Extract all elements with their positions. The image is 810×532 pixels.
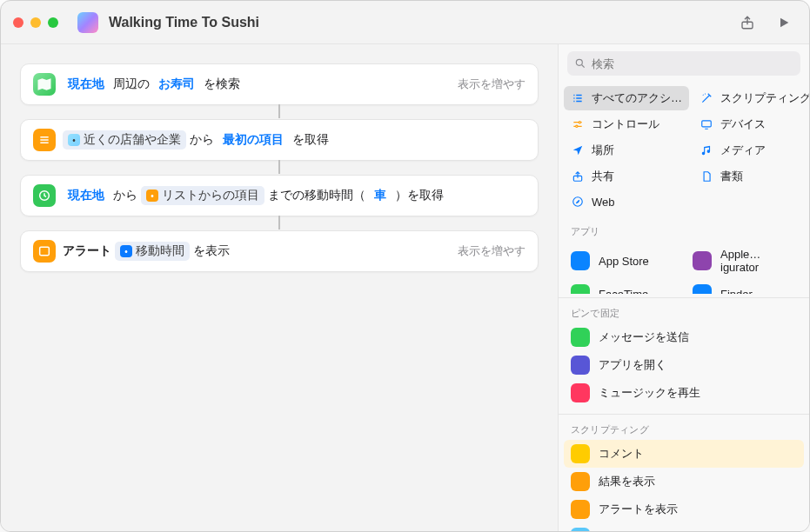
show-more-button[interactable]: 表示を増やす (458, 76, 525, 92)
magic-variable-token[interactable]: •移動時間 (115, 242, 190, 261)
app-icon (571, 528, 590, 531)
action-label: アラート (63, 243, 111, 259)
token-icon: • (146, 190, 158, 202)
category-item[interactable]: Web (564, 190, 689, 213)
token-icon: • (120, 245, 132, 257)
category-item[interactable]: スクリプティング (693, 86, 809, 110)
shortcut-icon (77, 12, 98, 33)
category-item[interactable]: 書類 (693, 164, 809, 189)
svg-rect-2 (40, 247, 50, 255)
app-item[interactable]: FaceTime (564, 280, 682, 294)
workflow-canvas[interactable]: 現在地周辺のお寿司を検索表示を増やす•近くの店舗や企業から最初の項目を取得現在地… (1, 44, 558, 531)
pinned-action-item[interactable]: アプリを開く (564, 351, 804, 379)
scripting-header: スクリプティング (559, 416, 809, 440)
list-icon (571, 91, 585, 105)
variable-token[interactable]: 最初の項目 (218, 130, 289, 150)
variable-token[interactable]: 現在地 (63, 186, 110, 205)
apps-grid: App StoreApple…iguratorFaceTimeFinder (559, 242, 809, 294)
scripting-action-item[interactable]: 結果を表示 (564, 468, 804, 495)
maps-icon (33, 73, 56, 96)
app-item[interactable]: Apple…igurator (686, 243, 804, 278)
minimize-button[interactable] (30, 17, 41, 28)
scripting-action-item[interactable]: 入力を要求 (564, 523, 804, 531)
category-item[interactable]: コントロール (564, 112, 689, 136)
app-item[interactable]: App Store (564, 243, 682, 278)
wand-icon (700, 91, 713, 105)
variable-token[interactable]: 車 (369, 186, 392, 205)
static-text: から (190, 132, 214, 148)
show-more-button[interactable]: 表示を増やす (458, 243, 525, 259)
category-item[interactable]: 場所 (564, 138, 689, 163)
window-controls (13, 17, 58, 28)
search-input[interactable] (592, 57, 793, 70)
search-icon (574, 57, 586, 70)
item-label: App Store (599, 255, 649, 268)
action-text: 現在地周辺のお寿司を検索 (63, 75, 240, 94)
scripting-action-item[interactable]: アラートを表示 (564, 495, 804, 523)
pinned-action-item[interactable]: メッセージを送信 (564, 323, 804, 351)
safari-icon (571, 195, 585, 209)
share-button[interactable] (734, 15, 760, 30)
fullscreen-button[interactable] (48, 17, 58, 28)
pinned-action-item[interactable]: ミュージックを再生 (564, 379, 804, 407)
svg-point-7 (579, 122, 580, 123)
static-text: を表示 (193, 243, 230, 259)
pinned-header: ピンで固定 (559, 300, 809, 323)
item-label: コメント (599, 446, 644, 462)
item-label: アラートを表示 (599, 502, 678, 517)
alert-icon (33, 240, 56, 263)
library-search[interactable] (567, 51, 800, 76)
clock-icon (33, 184, 56, 207)
variable-token[interactable]: 現在地 (63, 75, 110, 94)
variable-token[interactable]: お寿司 (153, 75, 200, 94)
scripting-action-item[interactable]: コメント (564, 440, 804, 468)
magic-variable-token[interactable]: •近くの店舗や企業 (63, 130, 186, 150)
category-item[interactable]: メディア (693, 138, 809, 163)
action-text: •近くの店舗や企業から最初の項目を取得 (63, 130, 329, 150)
category-label: デバイス (720, 116, 766, 132)
category-item[interactable]: 共有 (564, 164, 689, 189)
titlebar: Walking Time To Sushi (1, 1, 809, 44)
display-icon (700, 117, 713, 131)
token-icon: • (68, 134, 80, 146)
scripting-list: コメント結果を表示アラートを表示入力を要求数えるメニューから選択 (559, 440, 809, 531)
static-text: 周辺の (113, 76, 150, 92)
library-sidebar: すべてのアクシ…スクリプティングコントロールデバイス場所メディア共有書類Web … (558, 44, 809, 531)
app-icon (571, 383, 590, 402)
run-button[interactable] (771, 16, 797, 30)
static-text: までの移動時間（ (268, 188, 365, 203)
app-icon (571, 328, 590, 347)
category-item[interactable]: デバイス (693, 112, 809, 136)
svg-point-6 (576, 59, 582, 65)
app-item[interactable]: Finder (686, 280, 804, 294)
static-text: を取得 (292, 132, 329, 148)
close-button[interactable] (13, 17, 23, 28)
app-icon (571, 444, 590, 463)
svg-rect-9 (702, 121, 712, 127)
pinned-list: メッセージを送信アプリを開くミュージックを再生 (559, 323, 809, 410)
main-split: 現在地周辺のお寿司を検索表示を増やす•近くの店舗や企業から最初の項目を取得現在地… (1, 44, 809, 531)
static-text: を検索 (204, 76, 240, 92)
action-step[interactable]: 現在地周辺のお寿司を検索表示を増やす (20, 63, 539, 105)
item-label: 結果を表示 (599, 474, 655, 489)
action-text: 現在地から•リストからの項目までの移動時間（車）を取得 (63, 186, 444, 205)
apps-header: アプリ (559, 218, 809, 242)
category-grid: すべてのアクシ…スクリプティングコントロールデバイス場所メディア共有書類Web (559, 83, 809, 218)
category-label: 共有 (592, 169, 614, 184)
action-step[interactable]: •近くの店舗や企業から最初の項目を取得 (20, 119, 539, 161)
slider-icon (571, 117, 585, 131)
item-label: 入力を要求 (599, 529, 655, 531)
item-label: Finder (720, 288, 753, 295)
item-label: FaceTime (599, 288, 648, 295)
svg-point-8 (576, 125, 578, 127)
share-icon (571, 170, 585, 183)
category-label: Web (592, 196, 615, 209)
shortcut-title: Walking Time To Sushi (109, 15, 259, 30)
action-step[interactable]: 現在地から•リストからの項目までの移動時間（車）を取得 (20, 175, 539, 216)
shortcuts-editor-window: Walking Time To Sushi 現在地周辺のお寿司を検索表示を増やす… (0, 0, 810, 532)
category-item[interactable]: すべてのアクシ… (564, 86, 689, 110)
magic-variable-token[interactable]: •リストからの項目 (141, 186, 264, 205)
action-step[interactable]: アラート•移動時間を表示表示を増やす (20, 230, 539, 272)
item-label: Apple…igurator (720, 248, 797, 274)
list-icon (33, 129, 56, 151)
